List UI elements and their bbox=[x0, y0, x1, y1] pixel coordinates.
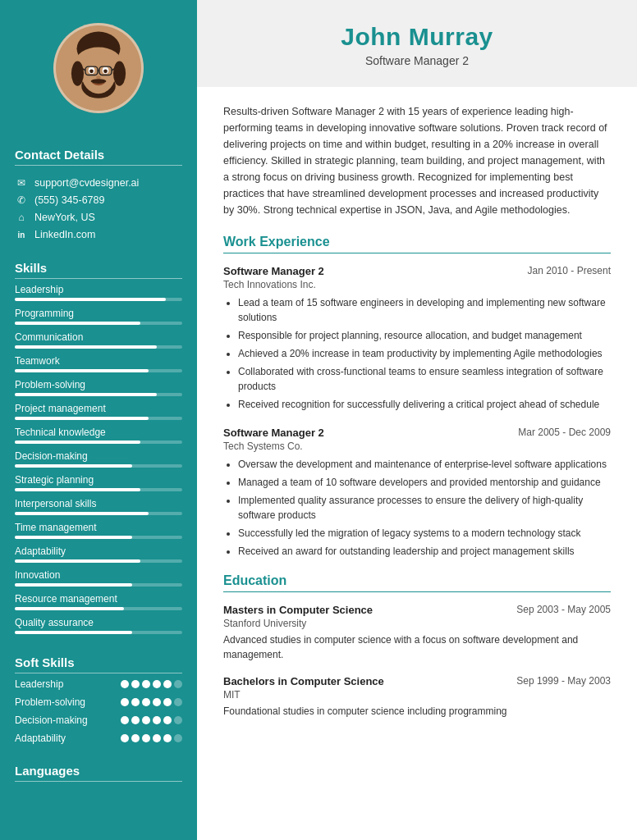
skill-bar-fill bbox=[15, 441, 140, 444]
edu-degree: Masters in Computer Science bbox=[223, 604, 373, 616]
skill-bar-bg bbox=[15, 393, 182, 396]
skill-dot bbox=[163, 716, 172, 724]
soft-skill-item: Decision-making bbox=[15, 714, 182, 726]
list-item: Lead a team of 15 software engineers in … bbox=[238, 295, 611, 325]
job-title: Software Manager 2 bbox=[223, 427, 324, 439]
skill-label: Time management bbox=[15, 522, 182, 533]
skill-label: Leadership bbox=[15, 284, 182, 295]
job-date: Jan 2010 - Present bbox=[528, 265, 611, 276]
skill-item: Project management bbox=[15, 403, 182, 420]
skill-bar-bg bbox=[15, 298, 182, 301]
edu-date: Sep 1999 - May 2003 bbox=[516, 675, 611, 687]
list-item: Implemented quality assurance processes … bbox=[238, 493, 611, 523]
skill-dot bbox=[163, 680, 172, 688]
skill-bar-bg bbox=[15, 512, 182, 515]
skill-item: Problem-solving bbox=[15, 379, 182, 396]
job-title: Software Manager 2 bbox=[223, 265, 324, 277]
skill-item: Innovation bbox=[15, 569, 182, 587]
soft-skill-label: Adaptability bbox=[15, 733, 66, 744]
contact-phone: ✆ (555) 345-6789 bbox=[15, 194, 182, 206]
job-bullets: Oversaw the development and maintenance … bbox=[223, 457, 611, 559]
contact-section-title: Contact Details bbox=[15, 148, 182, 166]
skill-dot bbox=[121, 716, 129, 724]
skill-bar-fill bbox=[15, 536, 132, 539]
edu-degree: Bachelors in Computer Science bbox=[223, 675, 384, 687]
skill-bar-bg bbox=[15, 441, 182, 444]
soft-skill-item: Problem-solving bbox=[15, 696, 182, 708]
soft-skill-label: Problem-solving bbox=[15, 696, 85, 708]
skill-item: Communication bbox=[15, 331, 182, 349]
resume-body: Results-driven Software Manager 2 with 1… bbox=[197, 87, 637, 748]
skill-dot bbox=[153, 734, 161, 742]
skill-dot bbox=[174, 734, 182, 742]
soft-skill-label: Leadership bbox=[15, 678, 63, 690]
skill-bar-fill bbox=[15, 417, 149, 420]
skill-bar-fill bbox=[15, 298, 166, 301]
job-block: Software Manager 2 Mar 2005 - Dec 2009 T… bbox=[223, 427, 611, 559]
skill-dot bbox=[163, 734, 172, 742]
list-item: Successfully led the migration of legacy… bbox=[238, 526, 611, 541]
svg-point-17 bbox=[113, 61, 126, 85]
skill-bar-fill bbox=[15, 464, 132, 468]
list-item: Collaborated with cross-functional teams… bbox=[238, 364, 611, 394]
skill-item: Decision-making bbox=[15, 450, 182, 468]
skill-dot bbox=[163, 698, 172, 706]
skill-label: Programming bbox=[15, 308, 182, 319]
avatar-container bbox=[15, 23, 182, 113]
svg-point-8 bbox=[103, 69, 108, 73]
skill-dot bbox=[174, 716, 182, 724]
languages-section-title: Languages bbox=[15, 764, 182, 782]
skill-bar-fill bbox=[15, 369, 149, 372]
skill-item: Quality assurance bbox=[15, 617, 182, 634]
jobs-list: Software Manager 2 Jan 2010 - Present Te… bbox=[223, 265, 611, 559]
skill-dots bbox=[121, 680, 182, 688]
list-item: Oversaw the development and maintenance … bbox=[238, 457, 611, 472]
skill-dot bbox=[131, 734, 140, 742]
job-header: Software Manager 2 Jan 2010 - Present bbox=[223, 265, 611, 277]
skill-dot bbox=[153, 680, 161, 688]
skill-dot bbox=[174, 680, 182, 688]
skill-dot bbox=[121, 680, 129, 688]
edu-date: Sep 2003 - May 2005 bbox=[516, 604, 611, 615]
skill-bar-fill bbox=[15, 512, 149, 515]
skill-bar-bg bbox=[15, 631, 182, 634]
skill-item: Resource management bbox=[15, 593, 182, 610]
skill-label: Problem-solving bbox=[15, 379, 182, 390]
skill-bar-fill bbox=[15, 488, 140, 491]
skill-label: Quality assurance bbox=[15, 617, 182, 628]
phone-icon: ✆ bbox=[15, 194, 28, 206]
skill-dot bbox=[174, 698, 182, 706]
svg-point-14 bbox=[96, 75, 101, 79]
candidate-name: John Murray bbox=[223, 23, 611, 51]
skill-bar-bg bbox=[15, 536, 182, 539]
skill-bar-bg bbox=[15, 583, 182, 587]
skill-bar-bg bbox=[15, 322, 182, 325]
skill-label: Teamwork bbox=[15, 355, 182, 367]
skill-item: Adaptability bbox=[15, 546, 182, 563]
skill-item: Technical knowledge bbox=[15, 427, 182, 444]
soft-skill-item: Adaptability bbox=[15, 733, 182, 744]
skill-bar-bg bbox=[15, 607, 182, 610]
skill-dot bbox=[142, 716, 150, 724]
contact-linkedin: in LinkedIn.com bbox=[15, 229, 182, 240]
contact-email: ✉ support@cvdesigner.ai bbox=[15, 177, 182, 189]
skill-dot bbox=[131, 680, 140, 688]
skill-bar-fill bbox=[15, 345, 157, 349]
edu-header: Bachelors in Computer Science Sep 1999 -… bbox=[223, 675, 611, 687]
skill-dots bbox=[121, 716, 182, 724]
candidate-title: Software Manager 2 bbox=[223, 54, 611, 67]
avatar bbox=[53, 23, 144, 113]
skill-dot bbox=[153, 698, 161, 706]
skill-item: Leadership bbox=[15, 284, 182, 301]
work-experience-heading: Work Experience bbox=[223, 235, 611, 253]
skill-bar-bg bbox=[15, 369, 182, 372]
contact-location: ⌂ NewYork, US bbox=[15, 212, 182, 223]
edu-header: Masters in Computer Science Sep 2003 - M… bbox=[223, 604, 611, 616]
job-company: Tech Innovations Inc. bbox=[223, 279, 611, 290]
svg-point-15 bbox=[91, 79, 107, 84]
skill-item: Teamwork bbox=[15, 355, 182, 372]
skills-list: Leadership Programming Communication Tea… bbox=[15, 284, 182, 641]
skill-dots bbox=[121, 734, 182, 742]
job-company: Tech Systems Co. bbox=[223, 441, 611, 452]
edu-description: Foundational studies in computer science… bbox=[223, 704, 611, 719]
